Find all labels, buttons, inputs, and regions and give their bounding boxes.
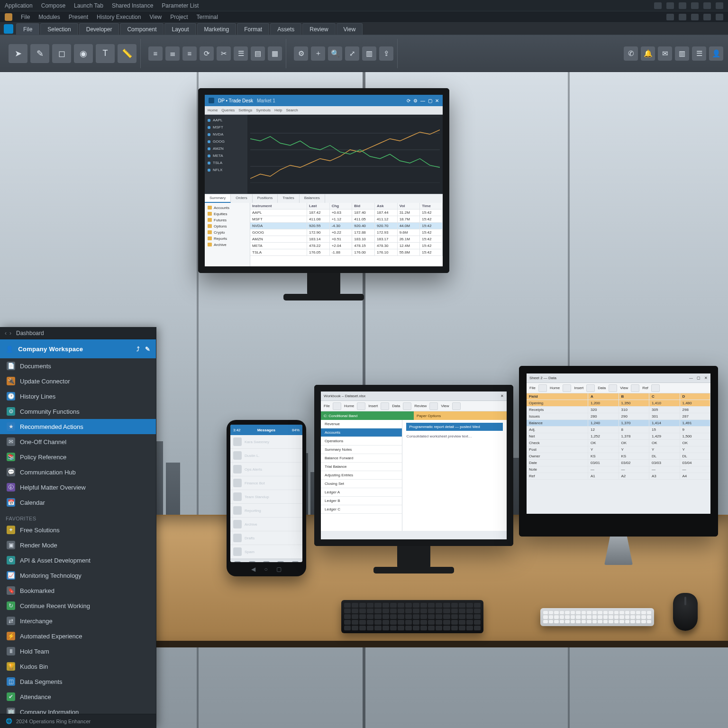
menu-app[interactable]: Application bbox=[5, 2, 33, 9]
tab-selection[interactable]: Selection bbox=[40, 23, 78, 35]
edit-icon[interactable]: ✎ bbox=[145, 346, 150, 353]
close-icon[interactable]: ✕ bbox=[500, 394, 504, 398]
phone-dock-icon[interactable] bbox=[249, 561, 255, 563]
center-list-item[interactable]: Ledger C bbox=[321, 505, 402, 514]
align-r-icon[interactable]: ≡ bbox=[182, 46, 197, 61]
nav-fwd-icon[interactable]: › bbox=[9, 330, 11, 337]
top-data-grid[interactable]: InstrumentLastChgBidAskVolTimeAAPL187.42… bbox=[250, 203, 443, 256]
phone-nav-bar[interactable]: ◀ ○ ▢ bbox=[251, 566, 281, 573]
tray-icon[interactable] bbox=[716, 14, 723, 20]
sheet-tab[interactable]: Orders bbox=[231, 194, 252, 203]
watchlist-item[interactable]: AMZN bbox=[205, 145, 247, 152]
tree-node[interactable]: Options bbox=[206, 223, 249, 229]
tray-icon[interactable] bbox=[703, 2, 711, 9]
center-window-head[interactable]: Workbook – Dataset.xlsx ✕ bbox=[321, 391, 507, 401]
menu-shared[interactable]: Shared Instance bbox=[112, 2, 153, 9]
nav-item[interactable]: ✉One-Off Channel bbox=[0, 434, 156, 449]
menu-view[interactable]: View bbox=[149, 14, 162, 20]
sheet-tab[interactable]: Balances bbox=[300, 194, 325, 203]
nav-item[interactable]: 📚Policy Reference bbox=[0, 449, 156, 464]
watchlist-item[interactable]: AAPL bbox=[205, 117, 247, 124]
watchlist-item[interactable]: TSLA bbox=[205, 159, 247, 166]
phone-list-item[interactable]: Reporting bbox=[230, 504, 302, 518]
center-list-item[interactable]: Revenue bbox=[321, 420, 402, 428]
grid-icon[interactable]: ▥ bbox=[675, 46, 689, 61]
text-icon[interactable]: T bbox=[96, 44, 115, 63]
top-tool-item[interactable]: Symbols bbox=[256, 108, 271, 112]
center-list-item[interactable]: Operations bbox=[321, 437, 402, 446]
tray-icon[interactable] bbox=[679, 2, 686, 9]
tray-icon[interactable] bbox=[691, 14, 699, 20]
nav-item[interactable]: 🏢Company Information bbox=[0, 704, 156, 714]
center-list-item[interactable]: Adjusting Entries bbox=[321, 471, 402, 480]
top-tool-item[interactable]: Help bbox=[274, 108, 282, 112]
ruler-icon[interactable]: 📏 bbox=[118, 44, 136, 63]
close-icon[interactable]: ✕ bbox=[435, 98, 439, 103]
align-c-icon[interactable]: ≣ bbox=[165, 46, 180, 61]
nav-item[interactable]: 🔖Bookmarked bbox=[0, 583, 156, 598]
tab-layout[interactable]: Layout bbox=[164, 23, 196, 35]
watchlist-item[interactable]: GOOG bbox=[205, 138, 247, 145]
nav-list[interactable]: 📄Documents🔌Update Connector🕑History Line… bbox=[0, 358, 156, 714]
phone-dock[interactable] bbox=[230, 559, 302, 562]
pointer-icon[interactable]: ➤ bbox=[9, 44, 27, 63]
nav-item[interactable]: ⇄Interchange bbox=[0, 613, 156, 628]
nav-item[interactable]: 🕑History Lines bbox=[0, 389, 156, 404]
nav-item[interactable]: 🛈Helpful Matter Overview bbox=[0, 480, 156, 495]
close-icon[interactable]: ✕ bbox=[704, 376, 708, 380]
center-list-item[interactable]: Summary Notes bbox=[321, 446, 402, 454]
nav-item[interactable]: ✔Attendance bbox=[0, 689, 156, 704]
top-tool-item[interactable]: Settings bbox=[238, 108, 252, 112]
share-icon[interactable]: ⤴ bbox=[136, 346, 140, 353]
nav-item[interactable]: 🔌Update Connector bbox=[0, 373, 156, 389]
tray-icon[interactable] bbox=[679, 14, 686, 20]
bell-icon[interactable]: 🔔 bbox=[641, 46, 655, 61]
phone-dock-icon[interactable] bbox=[263, 561, 270, 563]
menu-icon[interactable]: ☰ bbox=[692, 46, 706, 61]
phone-list-item[interactable]: Dustin L. bbox=[230, 449, 302, 463]
tray-icon[interactable] bbox=[703, 14, 711, 20]
nav-item[interactable]: ⏸Hold Team bbox=[0, 644, 156, 659]
top-tool-item[interactable]: Search bbox=[286, 108, 298, 112]
tree-node[interactable]: Equities bbox=[206, 211, 249, 217]
phone-list-item[interactable]: Team Standup bbox=[230, 490, 302, 504]
right-tool-item[interactable]: Home bbox=[550, 386, 560, 390]
sheet-tab[interactable]: Summary bbox=[205, 194, 231, 203]
nav-item[interactable]: 💬Communication Hub bbox=[0, 464, 156, 480]
nav-item[interactable]: ↻Continue Recent Working bbox=[0, 598, 156, 613]
settings-icon[interactable]: ⚙ bbox=[294, 46, 308, 61]
phone-list-item[interactable]: Drafts bbox=[230, 531, 302, 545]
tree-node[interactable]: Reports bbox=[206, 236, 249, 242]
phone-list-item[interactable]: Archive bbox=[230, 518, 302, 531]
center-tool-item[interactable]: File bbox=[324, 404, 330, 408]
maximize-icon[interactable]: ▢ bbox=[428, 98, 432, 103]
top-tool-item[interactable]: Queries bbox=[221, 108, 235, 112]
watchlist-item[interactable]: MSFT bbox=[205, 124, 247, 131]
phone-dock-icon[interactable] bbox=[292, 561, 299, 563]
menu-file[interactable]: File bbox=[21, 14, 30, 20]
menu-params[interactable]: Parameter List bbox=[162, 2, 199, 9]
tab-component[interactable]: Component bbox=[120, 23, 164, 35]
phone-list-item[interactable]: Kara Sweeney bbox=[230, 435, 302, 449]
center-list-item[interactable]: Closing Set bbox=[321, 480, 402, 488]
right-data-grid[interactable]: FieldABCDOpening1,2001,3501,4101,480Rece… bbox=[527, 393, 710, 480]
watchlist-item[interactable]: NVDA bbox=[205, 131, 247, 138]
nav-account-banner[interactable]: 👤 Company Workspace ⤴✎ bbox=[0, 339, 156, 358]
center-list-item[interactable]: Accounts bbox=[321, 428, 402, 437]
right-tool-item[interactable]: Ref bbox=[642, 386, 648, 390]
maximize-icon[interactable]: ▢ bbox=[697, 376, 701, 380]
nav-item[interactable]: ◫Data Segments bbox=[0, 674, 156, 689]
pen-icon[interactable]: ✎ bbox=[30, 44, 49, 63]
nav-item[interactable]: ⚙API & Asset Development bbox=[0, 553, 156, 568]
nav-item[interactable]: ▣Render Mode bbox=[0, 537, 156, 553]
crop-icon[interactable]: ✂ bbox=[217, 46, 231, 61]
nav-back-icon[interactable]: ‹ bbox=[5, 330, 7, 337]
tree-node[interactable]: Archive bbox=[206, 242, 249, 248]
phone-list[interactable]: Kara SweeneyDustin L.Ops AlertsFinance B… bbox=[230, 435, 302, 559]
menu-project[interactable]: Project bbox=[170, 14, 188, 20]
menu-modules[interactable]: Modules bbox=[38, 14, 60, 20]
refresh-icon[interactable]: ⟳ bbox=[407, 98, 410, 103]
export-icon[interactable]: ⇪ bbox=[379, 46, 393, 61]
top-tool-item[interactable]: Home bbox=[208, 108, 218, 112]
center-list-item[interactable]: Ledger A bbox=[321, 488, 402, 497]
